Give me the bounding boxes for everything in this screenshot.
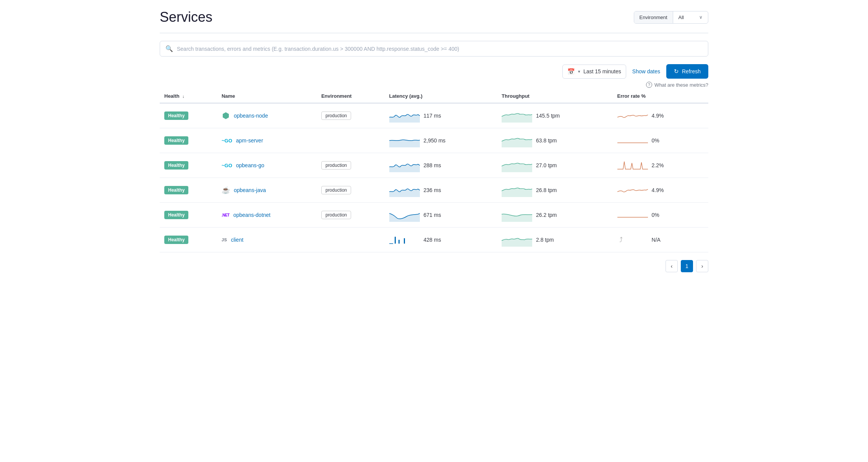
- metrics-help: ? What are these metrics?: [160, 82, 708, 88]
- service-link[interactable]: opbeans-java: [234, 187, 266, 193]
- show-dates-button[interactable]: Show dates: [631, 65, 662, 78]
- error-rate-value: 2.2%: [652, 162, 664, 168]
- table-row: Healthy ~GO opbeans-go production 288 ms: [160, 153, 708, 178]
- health-cell: Healthy: [160, 153, 217, 178]
- service-icon: [222, 111, 230, 120]
- error-rate-value: 0%: [652, 212, 659, 218]
- table-row: Healthy JS client 428 ms: [160, 228, 708, 252]
- environment-column-header: Environment: [317, 89, 385, 103]
- chevron-down-icon: ▾: [578, 69, 580, 74]
- time-label: Last 15 minutes: [583, 68, 621, 74]
- throughput-cell: 27.0 tpm: [497, 153, 613, 178]
- error-sparkline: [617, 183, 648, 197]
- refresh-button[interactable]: ↻ Refresh: [666, 64, 708, 79]
- throughput-cell: 26.8 tpm: [497, 178, 613, 203]
- svg-rect-4: [395, 237, 396, 244]
- throughput-sparkline: [502, 109, 532, 123]
- latency-value: 288 ms: [424, 162, 441, 168]
- health-cell: Healthy: [160, 178, 217, 203]
- latency-value: 236 ms: [424, 187, 441, 193]
- throughput-column-header: Throughput: [497, 89, 613, 103]
- env-label: Environment: [634, 11, 673, 23]
- search-bar[interactable]: 🔍 Search transactions, errors and metric…: [160, 41, 708, 57]
- error-sparkline: [617, 109, 648, 123]
- latency-cell: 288 ms: [385, 153, 497, 178]
- env-badge: production: [321, 111, 351, 120]
- svg-rect-6: [404, 238, 405, 244]
- environment-cell: [317, 228, 385, 252]
- environment-cell: production: [317, 103, 385, 128]
- error-rate-cell: 4.9%: [613, 103, 708, 128]
- environment-cell: production: [317, 153, 385, 178]
- throughput-value: 63.8 tpm: [536, 137, 557, 144]
- throughput-value: 2.8 tpm: [536, 237, 554, 243]
- health-badge: Healthy: [164, 111, 188, 120]
- chevron-down-icon: ∨: [699, 15, 703, 20]
- environment-cell: [317, 128, 385, 153]
- refresh-icon: ↻: [674, 68, 679, 75]
- throughput-cell: 63.8 tpm: [497, 128, 613, 153]
- error-sparkline: ⤴: [617, 233, 648, 247]
- service-link[interactable]: opbeans-dotnet: [233, 212, 270, 218]
- name-cell: ☕ opbeans-java: [217, 178, 317, 203]
- name-cell: ~GO opbeans-go: [217, 153, 317, 178]
- current-page-button[interactable]: 1: [681, 260, 693, 272]
- time-selector[interactable]: 📅 ▾ Last 15 minutes: [562, 65, 626, 79]
- environment-selector[interactable]: Environment All ∨: [634, 11, 708, 24]
- error-rate-value: 4.9%: [652, 187, 664, 193]
- env-badge: production: [321, 211, 351, 219]
- error-rate-cell: 0%: [613, 203, 708, 228]
- health-badge: Healthy: [164, 236, 188, 244]
- health-badge: Healthy: [164, 136, 188, 145]
- service-icon: ~GO: [222, 163, 232, 168]
- next-page-button[interactable]: ›: [696, 260, 708, 272]
- latency-sparkline: [389, 158, 420, 172]
- health-column-header[interactable]: Health ↓: [160, 89, 217, 103]
- latency-value: 428 ms: [424, 237, 441, 243]
- latency-cell: 236 ms: [385, 178, 497, 203]
- toolbar: 📅 ▾ Last 15 minutes Show dates ↻ Refresh: [160, 64, 708, 79]
- error-rate-cell: 2.2%: [613, 153, 708, 178]
- latency-cell: 117 ms: [385, 103, 497, 128]
- service-icon: JS: [222, 237, 227, 242]
- service-link[interactable]: client: [231, 237, 243, 243]
- health-cell: Healthy: [160, 128, 217, 153]
- latency-value: 671 ms: [424, 212, 441, 218]
- environment-cell: production: [317, 203, 385, 228]
- latency-value: 2,950 ms: [424, 137, 446, 144]
- throughput-value: 26.8 tpm: [536, 187, 557, 193]
- svg-marker-0: [223, 112, 229, 119]
- throughput-cell: 2.8 tpm: [497, 228, 613, 252]
- environment-cell: production: [317, 178, 385, 203]
- pagination: ‹ 1 ›: [160, 260, 708, 272]
- help-icon: ?: [646, 82, 652, 88]
- header-divider: [160, 33, 708, 33]
- error-rate-cell: 0%: [613, 128, 708, 153]
- error-rate-column-header: Error rate %: [613, 89, 708, 103]
- latency-sparkline: [389, 183, 420, 197]
- name-cell: JS client: [217, 228, 317, 252]
- env-value[interactable]: All ∨: [673, 11, 708, 23]
- name-column-header: Name: [217, 89, 317, 103]
- env-badge: production: [321, 161, 351, 170]
- latency-sparkline: [389, 233, 420, 247]
- service-link[interactable]: opbeans-go: [236, 162, 264, 168]
- search-icon: 🔍: [165, 45, 173, 52]
- prev-page-button[interactable]: ‹: [666, 260, 678, 272]
- table-body: Healthy opbeans-node production 117 ms: [160, 103, 708, 252]
- service-link[interactable]: apm-server: [236, 137, 263, 144]
- service-icon: ~GO: [222, 138, 232, 144]
- error-sparkline: [617, 134, 648, 147]
- throughput-sparkline: [502, 134, 532, 147]
- latency-value: 117 ms: [424, 113, 441, 119]
- latency-sparkline: [389, 134, 420, 147]
- error-sparkline: [617, 158, 648, 172]
- service-link[interactable]: opbeans-node: [234, 113, 268, 119]
- table-row: Healthy ~GO apm-server 2,950 ms 63.8: [160, 128, 708, 153]
- error-sparkline: [617, 208, 648, 222]
- latency-sparkline: [389, 208, 420, 222]
- latency-sparkline: [389, 109, 420, 123]
- svg-text:⤴: ⤴: [619, 236, 623, 244]
- services-table: Health ↓ Name Environment Latency (avg.)…: [160, 89, 708, 252]
- throughput-value: 145.5 tpm: [536, 113, 560, 119]
